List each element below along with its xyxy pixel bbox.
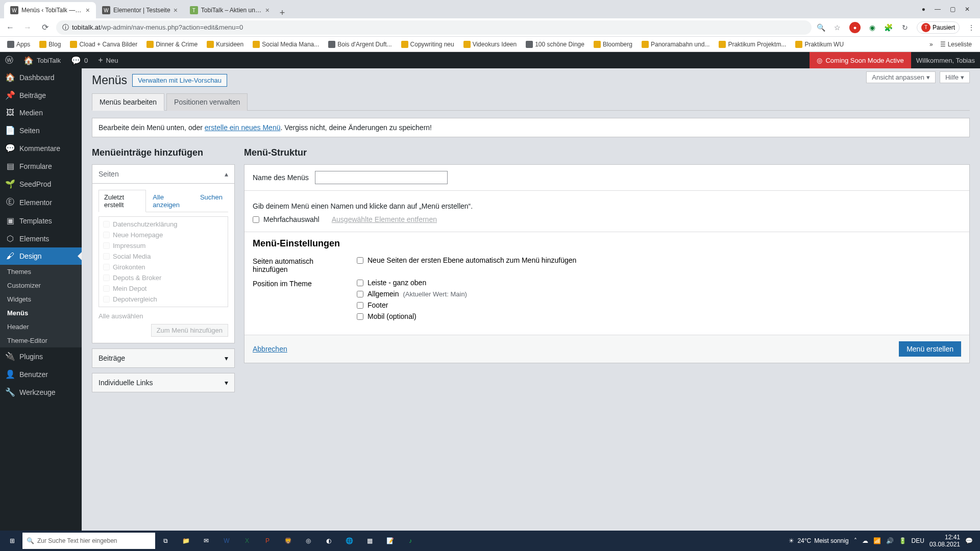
notification-center-icon[interactable]: 💬 xyxy=(965,537,973,544)
taskbar-spotify-icon[interactable]: ♪ xyxy=(400,531,421,551)
bookmark-item[interactable]: Bloomberg xyxy=(591,40,635,49)
remove-selected-link[interactable]: Ausgewählte Elemente entfernen xyxy=(332,215,437,223)
taskbar-notepad-icon[interactable]: 📝 xyxy=(380,531,400,551)
browser-tab[interactable]: W Elementor | Testseite × xyxy=(96,2,184,18)
taskbar-clock[interactable]: 12:41 03.08.2021 xyxy=(929,534,960,548)
close-window-icon[interactable]: ✕ xyxy=(965,6,970,13)
sidebar-design[interactable]: 🖌Design xyxy=(0,247,82,265)
url-input[interactable]: ⓘ tobitalk.at/wp-admin/nav-menus.php?act… xyxy=(56,20,812,35)
bookmark-item[interactable]: Videokurs Ideen xyxy=(460,40,520,49)
reading-list-button[interactable]: ☰Leseliste xyxy=(936,41,976,48)
inner-tab-recent[interactable]: Zuletzt erstellt xyxy=(99,190,146,212)
taskbar-search[interactable]: 🔍 Zur Suche Text hier eingeben xyxy=(22,533,155,549)
network-icon[interactable]: 📶 xyxy=(873,537,881,544)
relaunch-icon[interactable]: ↻ xyxy=(900,23,910,32)
taskbar-chrome-icon[interactable]: ◐ xyxy=(318,531,339,551)
site-info-icon[interactable]: ⓘ xyxy=(62,23,69,32)
browser-tab-active[interactable]: W Menüs ‹ TobiTalk — WordPress × xyxy=(4,2,96,18)
submenu-menus[interactable]: Menüs xyxy=(0,306,82,320)
position-option-mobile[interactable]: Mobil (optional) xyxy=(357,312,961,320)
page-checkbox-item[interactable]: Datenschutzerklärung xyxy=(101,219,226,230)
reload-button[interactable]: ⟳ xyxy=(39,21,51,34)
accordion-posts-toggle[interactable]: Beiträge ▾ xyxy=(92,349,234,367)
accordion-pages-toggle[interactable]: Seiten ▴ xyxy=(92,165,234,183)
page-checkbox-item[interactable]: Mein Depot xyxy=(101,283,226,294)
chrome-menu-icon[interactable]: ⋮ xyxy=(967,23,976,32)
browser-tab[interactable]: T TobiTalk – Aktien und persönlich... × xyxy=(184,2,276,18)
sidebar-elementor[interactable]: ⒺElementor xyxy=(0,193,82,212)
start-button[interactable]: ⊞ xyxy=(2,531,22,551)
create-menu-button[interactable]: Menü erstellen xyxy=(899,341,961,357)
bookmark-item[interactable]: Blog xyxy=(36,40,64,49)
chrome-account-icon[interactable]: ● xyxy=(922,6,925,13)
inner-tab-search[interactable]: Suchen xyxy=(194,190,228,212)
tab-close-icon[interactable]: × xyxy=(86,6,90,14)
position-option-footer[interactable]: Footer xyxy=(357,301,961,309)
taskbar-brave-icon[interactable]: 🦁 xyxy=(278,531,298,551)
create-new-menu-link[interactable]: erstelle ein neues Menü xyxy=(205,123,281,132)
minimize-icon[interactable]: — xyxy=(935,6,941,13)
bookmark-item[interactable]: Dinner & Crime xyxy=(143,40,201,49)
live-preview-button[interactable]: Verwalten mit Live-Vorschau xyxy=(132,74,227,87)
position-option-bar[interactable]: Leiste - ganz oben xyxy=(357,279,961,287)
battery-icon[interactable]: 🔋 xyxy=(899,537,906,544)
language-indicator[interactable]: DEU xyxy=(912,537,924,544)
bookmark-item[interactable]: Copywriting neu xyxy=(398,40,457,49)
position-option-general[interactable]: Allgemein (Aktueller Wert: Main) xyxy=(357,290,961,298)
taskbar-word-icon[interactable]: W xyxy=(216,531,237,551)
tab-manage-positions[interactable]: Positionen verwalten xyxy=(166,93,248,111)
sidebar-forms[interactable]: ▤Formulare xyxy=(0,157,82,175)
coming-soon-badge[interactable]: ◎Coming Soon Mode Active xyxy=(810,52,911,68)
extensions-icon[interactable]: 🧩 xyxy=(884,23,893,32)
inner-tab-all[interactable]: Alle anzeigen xyxy=(147,190,193,212)
taskbar-app-icon[interactable]: ▦ xyxy=(359,531,380,551)
volume-icon[interactable]: 🔊 xyxy=(886,537,894,544)
bookmark-item[interactable]: Kursideen xyxy=(204,40,247,49)
bookmark-star-icon[interactable]: ☆ xyxy=(833,23,842,32)
bookmark-item[interactable]: Bois d'Argent Duft... xyxy=(325,40,395,49)
bookmark-item[interactable]: 100 schöne Dinge xyxy=(523,40,587,49)
user-account-menu[interactable]: Willkommen, Tobias xyxy=(911,52,980,68)
bookmark-item[interactable]: Praktikum WU xyxy=(792,40,847,49)
onedrive-icon[interactable]: ☁ xyxy=(862,537,868,544)
taskbar-powerpoint-icon[interactable]: P xyxy=(257,531,278,551)
tab-edit-menus[interactable]: Menüs bearbeiten xyxy=(92,93,164,111)
sidebar-seedprod[interactable]: 🌱SeedProd xyxy=(0,175,82,193)
sidebar-comments[interactable]: 💬Kommentare xyxy=(0,139,82,157)
cancel-link[interactable]: Abbrechen xyxy=(253,345,287,353)
maximize-icon[interactable]: ▢ xyxy=(950,6,955,13)
tab-close-icon[interactable]: × xyxy=(265,6,270,14)
forward-button[interactable]: → xyxy=(21,21,34,34)
tray-overflow-icon[interactable]: ˄ xyxy=(854,537,857,544)
submenu-theme-editor[interactable]: Theme-Editor xyxy=(0,334,82,347)
taskbar-edge-icon[interactable]: 🌐 xyxy=(339,531,359,551)
help-button[interactable]: Hilfe▾ xyxy=(940,71,970,83)
sidebar-posts[interactable]: 📌Beiträge xyxy=(0,86,82,104)
site-name-menu[interactable]: 🏠TobiTalk xyxy=(18,52,66,68)
taskbar-explorer-icon[interactable]: 📁 xyxy=(176,531,196,551)
sidebar-tools[interactable]: 🔧Werkzeuge xyxy=(0,383,82,401)
submenu-themes[interactable]: Themes xyxy=(0,265,82,279)
wp-logo-menu[interactable]: ⓦ xyxy=(0,52,18,68)
submenu-customizer[interactable]: Customizer xyxy=(0,279,82,292)
sidebar-plugins[interactable]: 🔌Plugins xyxy=(0,347,82,365)
taskbar-mail-icon[interactable]: ✉ xyxy=(196,531,216,551)
page-checkbox-item[interactable]: Neue Homepage xyxy=(101,230,226,240)
taskbar-obs-icon[interactable]: ◎ xyxy=(298,531,318,551)
bookmark-apps[interactable]: Apps xyxy=(4,40,33,49)
back-button[interactable]: ← xyxy=(4,21,16,34)
submenu-header[interactable]: Header xyxy=(0,320,82,334)
new-tab-button[interactable]: + xyxy=(276,8,289,18)
profile-paused[interactable]: T Pausiert xyxy=(917,21,960,34)
page-checkbox-item[interactable]: Social Media xyxy=(101,251,226,262)
sidebar-users[interactable]: 👤Benutzer xyxy=(0,365,82,383)
extension-grammarly-icon[interactable]: ◉ xyxy=(868,23,877,32)
sidebar-pages[interactable]: 📄Seiten xyxy=(0,121,82,139)
taskbar-excel-icon[interactable]: X xyxy=(237,531,257,551)
bookmark-item[interactable]: Social Media Mana... xyxy=(250,40,322,49)
sidebar-dashboard[interactable]: 🏠Dashboard xyxy=(0,68,82,86)
accordion-links-toggle[interactable]: Individuelle Links ▾ xyxy=(92,373,234,392)
page-checkbox-item[interactable]: Girokonten xyxy=(101,262,226,272)
multiselect-checkbox[interactable] xyxy=(253,216,259,223)
page-checkbox-item[interactable]: Depotvergleich xyxy=(101,294,226,305)
